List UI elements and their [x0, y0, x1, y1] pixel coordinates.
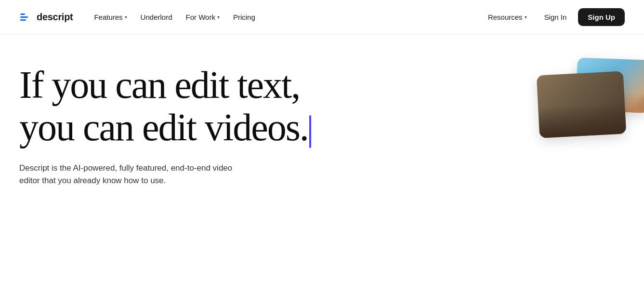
hero-section: If you can edit text, you can edit video… [0, 35, 644, 281]
nav-item-resources[interactable]: Resources ▾ [482, 9, 533, 25]
nav-item-for-work[interactable]: For Work ▾ [180, 9, 225, 25]
svg-rect-1 [20, 16, 28, 18]
nav-item-pricing[interactable]: Pricing [227, 9, 261, 25]
svg-rect-2 [20, 19, 26, 21]
svg-rect-0 [20, 13, 25, 15]
brand-name: descript [37, 12, 73, 23]
hero-subtitle: Descript is the AI-powered, fully featur… [19, 162, 250, 187]
nav-item-features[interactable]: Features ▾ [88, 9, 132, 25]
logo-link[interactable]: descript [19, 11, 73, 24]
nav-links: Features ▾ Underlord For Work ▾ Pricing [88, 9, 482, 25]
descript-logo-icon [19, 11, 33, 24]
text-cursor [309, 115, 311, 148]
chevron-down-icon: ▾ [217, 14, 220, 20]
nav-item-underlord[interactable]: Underlord [135, 9, 178, 25]
chevron-down-icon: ▾ [525, 14, 527, 20]
hero-images [548, 44, 644, 281]
nav-right: Resources ▾ Sign In Sign Up [482, 8, 625, 26]
hero-image-portrait [537, 71, 627, 138]
chevron-down-icon: ▾ [125, 14, 127, 20]
hero-headline: If you can edit text, you can edit video… [19, 64, 453, 148]
sign-up-button[interactable]: Sign Up [578, 8, 625, 26]
navbar: descript Features ▾ Underlord For Work ▾… [0, 0, 644, 35]
sign-in-button[interactable]: Sign In [537, 9, 575, 25]
